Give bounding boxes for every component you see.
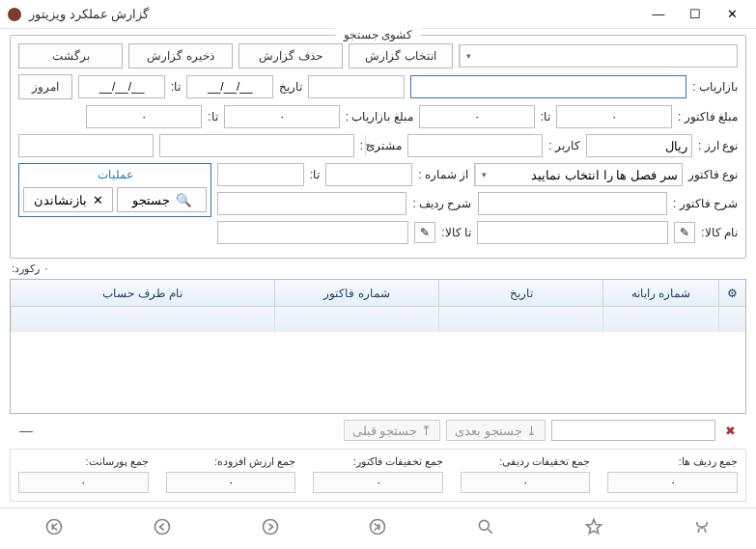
col-account-name[interactable]: نام طرف حساب — [11, 280, 274, 306]
date-to-input[interactable] — [78, 75, 165, 98]
currency-combo[interactable]: ▾ — [586, 134, 692, 157]
panel-caption: کشوی جستجو — [336, 28, 420, 41]
grid-settings-button[interactable]: ⚙ — [718, 280, 745, 306]
invoice-type-combo[interactable]: ▾ — [474, 163, 682, 186]
invoice-amount-label: مبلغ فاکتور : — [678, 110, 738, 124]
nav-prev-button[interactable] — [143, 512, 182, 541]
search-prev-button[interactable]: ⤒ جستجو قبلی — [344, 420, 441, 441]
nav-next-button[interactable] — [251, 512, 290, 541]
chevron-down-icon: ▾ — [460, 45, 477, 67]
search-button[interactable]: 🔍 جستجو — [117, 187, 207, 212]
marketer-amount-to[interactable] — [86, 105, 202, 128]
row-desc-input[interactable] — [217, 192, 406, 215]
currency-type-label: نوع ارز : — [698, 139, 738, 152]
svg-point-4 — [480, 520, 490, 530]
nav-first-button[interactable] — [35, 512, 73, 541]
svg-point-0 — [46, 519, 61, 534]
star-icon — [584, 517, 603, 536]
app-icon — [8, 8, 21, 21]
total-row-disc-label: جمع تخفیفات ردیفی: — [461, 455, 591, 468]
minimize-button[interactable]: — — [642, 4, 675, 25]
table-row[interactable] — [11, 307, 745, 332]
marketer-amount-label: مبلغ بازاریاب : — [346, 110, 413, 124]
toolbar-search-button[interactable] — [466, 512, 505, 541]
product-from-input[interactable] — [477, 221, 668, 244]
invoice-desc-input[interactable] — [478, 192, 667, 215]
date-to-label: تا: — [171, 80, 181, 94]
today-button[interactable]: امروز — [18, 74, 72, 99]
col-serial[interactable]: شماره رایانه — [602, 280, 718, 306]
operations-box: عملیات 🔍 جستجو ✕ بازنشاندن — [18, 163, 211, 217]
gear-icon: ⚙ — [727, 287, 738, 300]
number-to-input[interactable] — [217, 163, 304, 186]
svg-point-3 — [371, 519, 385, 534]
total-commission-value: ۰ — [18, 472, 149, 493]
marketer-extra-combo[interactable]: ▾ — [308, 75, 405, 98]
delete-report-button[interactable]: حذف گزارش — [238, 43, 343, 69]
chevron-down-icon: ▾ — [475, 164, 492, 185]
grid-body — [11, 332, 745, 413]
picker-icon: ✎ — [680, 226, 689, 239]
maximize-button[interactable]: ☐ — [679, 4, 712, 25]
total-vat-value: ۰ — [166, 472, 296, 493]
invoice-amount-from[interactable] — [556, 105, 672, 128]
collapse-button[interactable]: — — [17, 422, 35, 439]
reset-button[interactable]: ✕ بازنشاندن — [23, 187, 113, 212]
product-to-input[interactable] — [217, 221, 408, 244]
close-icon: ✕ — [93, 193, 103, 207]
back-button[interactable]: برگشت — [18, 43, 123, 69]
favorite-button[interactable] — [574, 512, 613, 541]
report-combo-input[interactable] — [477, 45, 737, 67]
svg-point-1 — [154, 519, 169, 534]
invoice-amount-to[interactable] — [419, 105, 535, 128]
user-label: کاربر : — [548, 139, 580, 152]
minus-icon: — — [19, 423, 33, 438]
product-to-pick-button[interactable]: ✎ — [414, 222, 435, 243]
customer-extra-input[interactable] — [18, 134, 154, 157]
number-to-label: تا: — [310, 168, 320, 181]
grid-header: ⚙ شماره رایانه تاریخ شماره فاکتور نام طر… — [11, 280, 745, 307]
select-report-button[interactable]: انتخاب گزارش — [349, 43, 453, 69]
picker-icon: ✎ — [420, 226, 430, 239]
marketer-input[interactable] — [410, 75, 686, 98]
titlebar: گزارش عملکرد ویزیتور — ☐ ✕ — [0, 0, 756, 29]
col-invoice-no[interactable]: شماره فاکتور — [274, 280, 438, 306]
currency-input[interactable] — [520, 135, 691, 156]
total-rows-value: ۰ — [607, 472, 738, 493]
date-from-input[interactable] — [186, 75, 273, 98]
customer-input[interactable] — [159, 134, 354, 157]
search-button-label: جستجو — [132, 193, 170, 207]
invoice-type-label: نوع فاکتور — [688, 168, 738, 181]
from-number-label: از شماره : — [418, 168, 468, 181]
to-product-label: تا کالا: — [441, 226, 471, 239]
report-combo[interactable]: ▾ — [459, 44, 738, 68]
record-line: ۰ رکورد: — [0, 261, 756, 275]
bull-button[interactable] — [683, 512, 721, 541]
col-date[interactable]: تاریخ — [438, 280, 602, 306]
marketer-amount-to-label: تا: — [208, 110, 217, 124]
last-icon — [368, 517, 387, 536]
total-row-disc-value: ۰ — [461, 472, 591, 493]
clear-search-button[interactable]: ✖ — [721, 422, 739, 439]
number-from-input[interactable] — [325, 163, 412, 186]
invoice-type-input[interactable] — [492, 164, 681, 185]
search-next-label: جستجو بعدی — [455, 424, 522, 438]
date-label: تاریخ — [279, 80, 302, 94]
close-button[interactable]: ✕ — [715, 4, 748, 25]
product-from-pick-button[interactable]: ✎ — [674, 222, 695, 243]
next-icon — [261, 517, 280, 536]
close-icon: ✕ — [727, 7, 738, 21]
total-vat-label: جمع ارزش افزوده: — [166, 455, 296, 468]
marketer-amount-from[interactable] — [224, 105, 340, 128]
search-next-button[interactable]: ⤓ جستجو بعدی — [446, 420, 546, 441]
user-combo[interactable]: ▾ — [407, 134, 543, 157]
product-name-label: نام کالا: — [701, 226, 738, 239]
save-report-button[interactable]: ذخیره گزارش — [128, 43, 233, 69]
marketer-label: بازاریاب : — [692, 80, 738, 94]
window-title: گزارش عملکرد ویزیتور — [29, 7, 149, 21]
first-icon — [44, 517, 64, 536]
grid-search-input[interactable] — [551, 420, 715, 441]
svg-line-5 — [489, 529, 492, 533]
invoice-desc-label: شرح فاکتور : — [673, 197, 738, 210]
nav-last-button[interactable] — [358, 512, 397, 541]
